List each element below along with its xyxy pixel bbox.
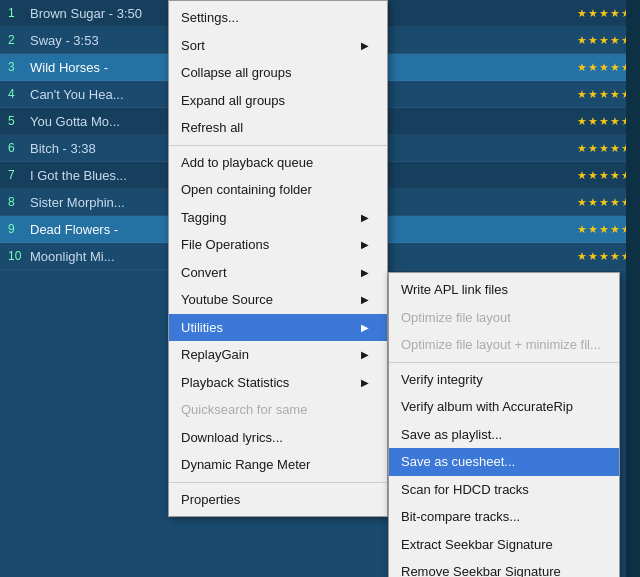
track-stars: ★★★★★ [577, 34, 632, 47]
menu-item-open-containing-folder[interactable]: Open containing folder [169, 176, 387, 204]
menu-item-label: Open containing folder [181, 180, 312, 200]
menu-item-label: Download lyrics... [181, 428, 283, 448]
menu-item-label: Playback Statistics [181, 373, 289, 393]
menu-item-add-to-playback-queue[interactable]: Add to playback queue [169, 149, 387, 177]
submenu-item-label: Verify integrity [401, 370, 483, 390]
submenu-item-label: Remove Seekbar Signature [401, 562, 561, 577]
menu-item-label: Quicksearch for same [181, 400, 307, 420]
track-stars: ★★★★★ [577, 88, 632, 101]
scrollbar[interactable] [626, 0, 640, 577]
menu-separator [169, 482, 387, 483]
submenu-item-verify-integrity[interactable]: Verify integrity [389, 366, 619, 394]
submenu-item-verify-album-with-accuraterip[interactable]: Verify album with AccurateRip [389, 393, 619, 421]
menu-item-label: Properties [181, 490, 240, 510]
menu-item-properties[interactable]: Properties [169, 486, 387, 514]
submenu-item-label: Scan for HDCD tracks [401, 480, 529, 500]
track-number: 10 [8, 249, 30, 263]
menu-item-convert[interactable]: Convert▶ [169, 259, 387, 287]
submenu-arrow-icon: ▶ [361, 292, 369, 307]
context-menu-wrapper: Settings...Sort▶Collapse all groupsExpan… [168, 0, 388, 517]
menu-item-download-lyrics-[interactable]: Download lyrics... [169, 424, 387, 452]
track-number: 6 [8, 141, 30, 155]
menu-item-label: File Operations [181, 235, 269, 255]
track-number: 4 [8, 87, 30, 101]
menu-item-settings-[interactable]: Settings... [169, 4, 387, 32]
menu-item-quicksearch-for-same: Quicksearch for same [169, 396, 387, 424]
menu-item-replaygain[interactable]: ReplayGain▶ [169, 341, 387, 369]
submenu-item-label: Save as playlist... [401, 425, 502, 445]
track-number: 9 [8, 222, 30, 236]
submenu-item-label: Bit-compare tracks... [401, 507, 520, 527]
track-stars: ★★★★★ [577, 196, 632, 209]
menu-item-label: Refresh all [181, 118, 243, 138]
menu-item-label: Settings... [181, 8, 239, 28]
menu-item-sort[interactable]: Sort▶ [169, 32, 387, 60]
menu-item-expand-all-groups[interactable]: Expand all groups [169, 87, 387, 115]
menu-item-dynamic-range-meter[interactable]: Dynamic Range Meter [169, 451, 387, 479]
submenu-item-label: Optimize file layout [401, 308, 511, 328]
submenu[interactable]: Write APL link filesOptimize file layout… [388, 272, 620, 577]
menu-item-label: Utilities [181, 318, 223, 338]
track-stars: ★★★★★ [577, 7, 632, 20]
menu-item-label: ReplayGain [181, 345, 249, 365]
menu-item-utilities[interactable]: Utilities▶ [169, 314, 387, 342]
submenu-arrow-icon: ▶ [361, 320, 369, 335]
submenu-item-remove-seekbar-signature[interactable]: Remove Seekbar Signature [389, 558, 619, 577]
menu-item-label: Convert [181, 263, 227, 283]
menu-item-label: Youtube Source [181, 290, 273, 310]
track-stars: ★★★★★ [577, 142, 632, 155]
submenu-arrow-icon: ▶ [361, 38, 369, 53]
track-number: 5 [8, 114, 30, 128]
menu-item-tagging[interactable]: Tagging▶ [169, 204, 387, 232]
menu-item-refresh-all[interactable]: Refresh all [169, 114, 387, 142]
submenu-item-extract-seekbar-signature[interactable]: Extract Seekbar Signature [389, 531, 619, 559]
menu-item-file-operations[interactable]: File Operations▶ [169, 231, 387, 259]
track-number: 3 [8, 60, 30, 74]
menu-item-playback-statistics[interactable]: Playback Statistics▶ [169, 369, 387, 397]
track-stars: ★★★★★ [577, 115, 632, 128]
submenu-item-bit-compare-tracks-[interactable]: Bit-compare tracks... [389, 503, 619, 531]
track-number: 7 [8, 168, 30, 182]
track-stars: ★★★★★ [577, 223, 632, 236]
submenu-separator [389, 362, 619, 363]
submenu-arrow-icon: ▶ [361, 375, 369, 390]
track-number: 1 [8, 6, 30, 20]
submenu-item-optimize-file-layout-minimize-fil-: Optimize file layout + minimize fil... [389, 331, 619, 359]
submenu-item-label: Optimize file layout + minimize fil... [401, 335, 601, 355]
track-stars: ★★★★★ [577, 169, 632, 182]
submenu-item-scan-for-hdcd-tracks[interactable]: Scan for HDCD tracks [389, 476, 619, 504]
submenu-item-save-as-playlist-[interactable]: Save as playlist... [389, 421, 619, 449]
menu-item-label: Add to playback queue [181, 153, 313, 173]
submenu-item-label: Write APL link files [401, 280, 508, 300]
menu-item-label: Collapse all groups [181, 63, 292, 83]
menu-item-label: Expand all groups [181, 91, 285, 111]
menu-item-youtube-source[interactable]: Youtube Source▶ [169, 286, 387, 314]
submenu-arrow-icon: ▶ [361, 237, 369, 252]
submenu-item-label: Save as cuesheet... [401, 452, 515, 472]
submenu-arrow-icon: ▶ [361, 265, 369, 280]
submenu-item-optimize-file-layout: Optimize file layout [389, 304, 619, 332]
menu-item-label: Sort [181, 36, 205, 56]
submenu-item-label: Extract Seekbar Signature [401, 535, 553, 555]
track-number: 8 [8, 195, 30, 209]
context-menu[interactable]: Settings...Sort▶Collapse all groupsExpan… [168, 0, 388, 517]
menu-separator [169, 145, 387, 146]
submenu-item-save-as-cuesheet-[interactable]: Save as cuesheet... [389, 448, 619, 476]
track-stars: ★★★★★ [577, 61, 632, 74]
track-stars: ★★★★★ [577, 250, 632, 263]
menu-item-collapse-all-groups[interactable]: Collapse all groups [169, 59, 387, 87]
menu-item-label: Tagging [181, 208, 227, 228]
submenu-item-write-apl-link-files[interactable]: Write APL link files [389, 276, 619, 304]
submenu-arrow-icon: ▶ [361, 347, 369, 362]
submenu-arrow-icon: ▶ [361, 210, 369, 225]
menu-item-label: Dynamic Range Meter [181, 455, 310, 475]
track-number: 2 [8, 33, 30, 47]
submenu-item-label: Verify album with AccurateRip [401, 397, 573, 417]
